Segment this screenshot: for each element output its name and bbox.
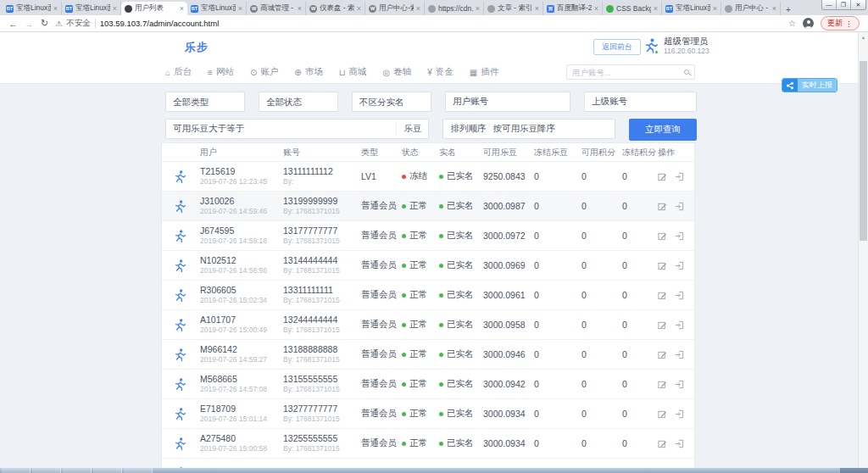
edit-icon[interactable] bbox=[658, 291, 667, 300]
tab-close-icon[interactable]: × bbox=[654, 4, 658, 13]
realname-cell: 已实名 bbox=[435, 408, 479, 420]
edit-icon[interactable] bbox=[658, 172, 667, 181]
minimize-button[interactable]: — bbox=[822, 0, 837, 9]
login-as-icon[interactable] bbox=[675, 439, 684, 448]
nav-item[interactable]: ◎ 卷轴 bbox=[382, 66, 411, 78]
login-as-icon[interactable] bbox=[675, 231, 684, 241]
nav-item[interactable]: ▦ 插件 bbox=[470, 66, 498, 78]
frozen-ledou: 0 bbox=[530, 231, 577, 241]
tab-close-icon[interactable]: × bbox=[113, 4, 117, 13]
tab-close-icon[interactable]: × bbox=[772, 4, 776, 13]
frozen-ledou: 0 bbox=[530, 349, 577, 359]
nav-item[interactable]: ⊕ 市场 bbox=[294, 66, 322, 78]
login-as-icon[interactable] bbox=[675, 291, 684, 300]
tab-close-icon[interactable]: × bbox=[416, 4, 420, 13]
login-as-icon[interactable] bbox=[675, 409, 684, 419]
edit-icon[interactable] bbox=[658, 409, 667, 419]
page-scrollbar[interactable]: ▲ bbox=[858, 32, 868, 468]
nav-item[interactable]: ⊔ 商城 bbox=[339, 66, 367, 78]
browser-tab[interactable]: CSS Backgr × bbox=[603, 2, 662, 15]
tab-close-icon[interactable]: × bbox=[180, 4, 184, 13]
browser-tab[interactable]: BT 宝塔Linux面 × bbox=[662, 2, 721, 15]
nav-item[interactable]: ⊙ 账户 bbox=[250, 66, 278, 78]
browser-tab[interactable]: 用户列表 × bbox=[121, 2, 187, 15]
order-select[interactable]: 按可用乐豆降序 bbox=[492, 123, 615, 135]
new-tab-button[interactable]: + bbox=[781, 3, 796, 15]
edit-icon[interactable] bbox=[658, 350, 667, 359]
browser-tab[interactable]: 文章 - 索引 × bbox=[484, 2, 543, 15]
floating-share-widget[interactable]: 实时上报 bbox=[782, 78, 837, 92]
address-bar[interactable]: ⚠ 不安全 103.59.103.7/admin/account.html bbox=[55, 18, 782, 29]
site-logo[interactable]: 乐步 bbox=[185, 40, 209, 55]
nav-item[interactable]: ≡ 网站 bbox=[208, 66, 234, 78]
back-icon[interactable]: ← bbox=[8, 19, 18, 29]
browser-tab[interactable]: BT 宝塔Linux面 × bbox=[3, 2, 62, 15]
login-as-icon[interactable] bbox=[675, 202, 684, 211]
account-filter-input[interactable] bbox=[495, 92, 570, 111]
edit-icon[interactable] bbox=[658, 261, 667, 270]
browser-tab[interactable]: BT 宝塔Linux面 × bbox=[187, 2, 247, 15]
login-as-icon[interactable] bbox=[675, 320, 684, 330]
edit-icon[interactable] bbox=[658, 202, 667, 211]
bookmark-star-icon[interactable]: ☆ bbox=[788, 19, 796, 28]
browser-tab[interactable]: 用户中心 - 首 × bbox=[721, 2, 781, 15]
browser-tab[interactable]: 百 百度翻译-20 × bbox=[543, 2, 603, 15]
browser-tab[interactable]: W 用户中心-索 × bbox=[365, 2, 425, 15]
type-filter-select[interactable]: 全部类型 bbox=[165, 92, 245, 112]
browser-profile-icon[interactable] bbox=[803, 18, 814, 29]
edit-icon[interactable] bbox=[658, 380, 667, 389]
restore-button[interactable]: ❐ bbox=[837, 0, 851, 9]
login-as-icon[interactable] bbox=[675, 350, 684, 359]
tab-close-icon[interactable]: × bbox=[53, 4, 58, 13]
scroll-up-icon[interactable]: ▲ bbox=[859, 35, 868, 40]
table-row: T215619 2019-07-26 12:23:45 13111111112 … bbox=[162, 162, 694, 192]
taskbar-item[interactable] bbox=[63, 468, 92, 473]
taskbar-item[interactable] bbox=[124, 468, 153, 473]
windows-taskbar[interactable] bbox=[0, 468, 868, 473]
tab-favicon: BT bbox=[6, 5, 14, 13]
reload-icon[interactable]: ↻ bbox=[41, 18, 48, 29]
login-as-icon[interactable] bbox=[675, 261, 684, 270]
search-icon[interactable] bbox=[684, 70, 689, 75]
forward-icon[interactable]: → bbox=[25, 19, 34, 29]
tab-close-icon[interactable]: × bbox=[476, 4, 480, 13]
status-filter-select[interactable]: 全部状态 bbox=[259, 92, 338, 112]
edit-icon[interactable] bbox=[658, 320, 667, 330]
tab-close-icon[interactable]: × bbox=[298, 4, 302, 13]
query-button[interactable]: 立即查询 bbox=[629, 119, 697, 141]
tab-close-icon[interactable]: × bbox=[594, 4, 598, 13]
edit-icon[interactable] bbox=[658, 439, 667, 448]
tab-close-icon[interactable]: × bbox=[535, 4, 539, 13]
chrome-update-button[interactable]: 更新 ⋮ bbox=[821, 16, 860, 31]
browser-tab[interactable]: W 仪表盘 - 索 × bbox=[306, 2, 365, 15]
taskbar-item[interactable] bbox=[2, 468, 31, 473]
admin-account[interactable]: 超级管理员 116.20.60.123 bbox=[642, 36, 709, 56]
browser-tab[interactable]: https://cdn. × bbox=[425, 2, 484, 15]
ledou-filter-input[interactable] bbox=[251, 120, 396, 138]
admin-page: 乐步 返回前台 超级管理员 116.20.60.123 ⌂ 后台 ≡ 网站 ⊙ … bbox=[0, 32, 858, 468]
parent-filter-input[interactable] bbox=[634, 92, 696, 111]
search-input[interactable] bbox=[572, 68, 684, 77]
frozen-ledou: 0 bbox=[530, 320, 577, 330]
taskbar-item[interactable] bbox=[32, 468, 61, 473]
login-as-icon[interactable] bbox=[675, 380, 684, 389]
nav-item[interactable]: ⌂ 后台 bbox=[165, 66, 192, 78]
user-search-box[interactable] bbox=[566, 64, 695, 80]
tab-close-icon[interactable]: × bbox=[238, 4, 242, 13]
register-date: 2019-07-26 14:57:08 bbox=[200, 385, 279, 394]
nav-item[interactable]: ¥ 资金 bbox=[427, 66, 453, 78]
realname-filter-select[interactable]: 不区分实名 bbox=[352, 92, 431, 112]
tab-close-icon[interactable]: × bbox=[357, 4, 361, 13]
scrollbar-thumb[interactable] bbox=[860, 61, 867, 241]
close-window-button[interactable]: ✕ bbox=[851, 0, 865, 9]
tab-close-icon[interactable]: × bbox=[713, 4, 717, 13]
return-front-button[interactable]: 返回前台 bbox=[593, 39, 641, 55]
taskbar-item[interactable] bbox=[93, 468, 122, 473]
browser-tab[interactable]: W 商城管理 - 3 × bbox=[247, 2, 306, 15]
tab-title: https://cdn. bbox=[438, 4, 473, 13]
edit-icon[interactable] bbox=[658, 231, 667, 241]
browser-tab[interactable]: BT 宝塔Linux面 × bbox=[62, 2, 121, 15]
runner-avatar-icon bbox=[172, 259, 186, 273]
login-as-icon[interactable] bbox=[675, 172, 684, 181]
available-ledou: 3000.0934 bbox=[479, 409, 530, 419]
